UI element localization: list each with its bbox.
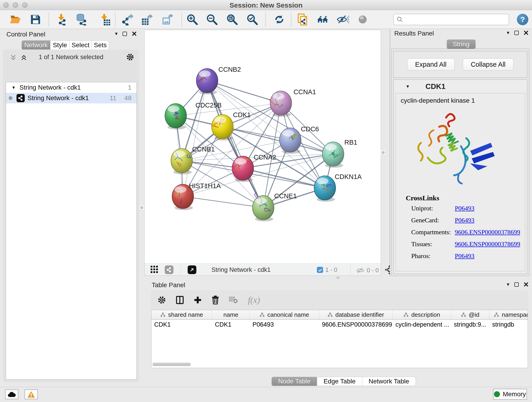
table-cell[interactable]: cyclin-dependent ...	[393, 320, 451, 330]
network-node[interactable]	[171, 148, 192, 174]
network-collection-row[interactable]: ▾ String Network - cdk1 1	[6, 82, 137, 93]
right-splitter-handle[interactable]	[380, 150, 386, 155]
left-splitter-handle[interactable]	[139, 205, 144, 210]
zoom-selected-icon[interactable]	[246, 13, 259, 26]
search-input[interactable]	[405, 16, 506, 23]
export-table-icon[interactable]	[141, 13, 153, 26]
network-overview-icon[interactable]	[317, 13, 329, 26]
column-header[interactable]: name	[212, 310, 250, 319]
delete-column-icon[interactable]	[212, 296, 219, 304]
crosslink-value-link[interactable]: P06493	[455, 217, 475, 224]
float-panel-icon[interactable]	[514, 31, 519, 35]
tab-string[interactable]: String	[447, 39, 476, 49]
refresh-view-icon[interactable]	[273, 13, 285, 26]
save-session-icon[interactable]	[29, 13, 42, 26]
birdseye-grid-icon[interactable]	[150, 265, 158, 274]
network-node[interactable]	[314, 176, 336, 202]
add-column-icon[interactable]	[194, 296, 202, 304]
export-image-icon[interactable]	[161, 13, 174, 26]
table-cell[interactable]: CDK1	[212, 320, 250, 330]
table-cell[interactable]: CDK1	[152, 320, 212, 330]
network-graph[interactable]: CCNB2CCNA1CDC25BCDK1CDC6RB1CCNB1CCNA2CDK…	[145, 30, 381, 263]
collapse-all-button[interactable]: Collapse All	[463, 58, 514, 70]
network-row-selected[interactable]: String Network - cdk1 11 48	[6, 93, 137, 103]
close-panel-icon[interactable]	[524, 31, 528, 35]
memory-button[interactable]: Memory	[493, 389, 527, 400]
entry-caret-icon[interactable]: ▾	[406, 84, 409, 89]
open-external-icon[interactable]	[188, 265, 196, 274]
network-edge[interactable]	[183, 196, 263, 208]
results-content: ▾ CDK1 cyclin-dependent kinase 1	[393, 80, 527, 274]
tab-network[interactable]: Network	[22, 40, 51, 50]
crosslink-value-link[interactable]: 9606.ENSP00000378699	[455, 229, 520, 236]
cloud-status-button[interactable]	[5, 389, 18, 399]
selected-checkbox-icon[interactable]	[317, 267, 323, 273]
string-document-icon[interactable]	[297, 13, 309, 26]
network-edge[interactable]	[183, 81, 207, 196]
column-header[interactable]: namespace	[489, 310, 528, 319]
table-row[interactable]: CDK1CDK1P064939606.ENSP00000378699cyclin…	[152, 320, 528, 330]
column-header[interactable]: description	[393, 310, 451, 319]
expand-all-button[interactable]: Expand All	[407, 58, 455, 70]
panel-menu-icon[interactable]: ▾	[507, 282, 509, 287]
tab-edge-table[interactable]: Edge Table	[317, 377, 362, 386]
crosslink-value-link[interactable]: 9606.ENSP00000378699	[455, 240, 520, 248]
network-edge[interactable]	[207, 81, 281, 103]
column-header[interactable]: shared name	[152, 310, 212, 319]
network-options-gear-icon[interactable]	[126, 53, 134, 61]
crosslink-value-link[interactable]: P06493	[455, 252, 475, 260]
network-node[interactable]	[322, 142, 344, 168]
tab-style[interactable]: Style	[51, 40, 70, 50]
panel-menu-icon[interactable]: ▾	[115, 31, 118, 36]
tab-select[interactable]: Select	[70, 40, 92, 50]
function-builder-icon[interactable]: f(x)	[248, 295, 260, 305]
float-panel-icon[interactable]	[123, 32, 127, 36]
network-node[interactable]	[253, 192, 274, 221]
network-node-label: CCNA2	[254, 153, 276, 161]
warnings-button[interactable]	[25, 389, 38, 399]
tab-sets[interactable]: Sets	[92, 40, 109, 50]
network-node[interactable]	[196, 69, 218, 95]
import-network-database-icon[interactable]	[75, 13, 87, 26]
table-cell[interactable]: 9606.ENSP00000378699	[319, 320, 393, 330]
tab-network-table[interactable]: Network Table	[362, 377, 416, 386]
zoom-in-icon[interactable]	[186, 13, 198, 26]
close-panel-icon[interactable]	[524, 282, 528, 287]
table-cell[interactable]: stringdb	[489, 320, 528, 330]
show-panel-eye-icon[interactable]	[356, 13, 369, 26]
network-node[interactable]	[165, 104, 186, 129]
import-table-icon[interactable]	[99, 13, 111, 26]
network-node-label: CDC25B	[196, 102, 222, 109]
zoom-fit-icon[interactable]	[226, 13, 238, 26]
toolbar-search[interactable]	[393, 14, 509, 25]
export-network-icon[interactable]	[122, 13, 134, 26]
zoom-out-icon[interactable]	[206, 13, 218, 26]
collection-caret-icon[interactable]: ▾	[12, 85, 15, 90]
table-horizontal-scrollbar[interactable]	[152, 363, 191, 366]
hide-panel-eye-icon[interactable]	[337, 13, 349, 26]
column-header[interactable]: canonical name	[250, 310, 319, 319]
table-options-gear-icon[interactable]	[158, 296, 166, 304]
results-button-row: Expand All Collapse All	[393, 51, 527, 78]
table-cell[interactable]: P06493	[250, 320, 319, 330]
close-panel-icon[interactable]	[132, 32, 137, 36]
float-panel-icon[interactable]	[514, 282, 519, 287]
column-header[interactable]: database identifier	[319, 310, 393, 319]
panel-menu-icon[interactable]: ▾	[507, 30, 509, 35]
show-columns-icon[interactable]	[176, 296, 184, 304]
string-share-icon[interactable]	[165, 265, 173, 274]
help-button[interactable]: ?	[517, 14, 528, 25]
column-header-label: canonical name	[267, 311, 309, 318]
crosslink-value-link[interactable]: P06493	[455, 205, 475, 212]
tab-node-table[interactable]: Node Table	[272, 377, 317, 386]
column-header[interactable]: @id	[451, 310, 489, 319]
open-session-icon[interactable]	[9, 13, 22, 26]
toolbar-separator	[49, 12, 49, 27]
import-network-file-icon[interactable]	[55, 13, 67, 26]
network-view[interactable]: CCNB2CCNA1CDC25BCDK1CDC6RB1CCNB1CCNA2CDK…	[144, 30, 381, 276]
hidden-eye-icon[interactable]	[356, 267, 365, 274]
network-node[interactable]	[268, 91, 292, 117]
delete-table-icon[interactable]	[229, 297, 238, 303]
table-cell[interactable]: stringdb:9...	[451, 320, 489, 330]
node-entry-header[interactable]: ▾ CDK1	[394, 80, 527, 93]
